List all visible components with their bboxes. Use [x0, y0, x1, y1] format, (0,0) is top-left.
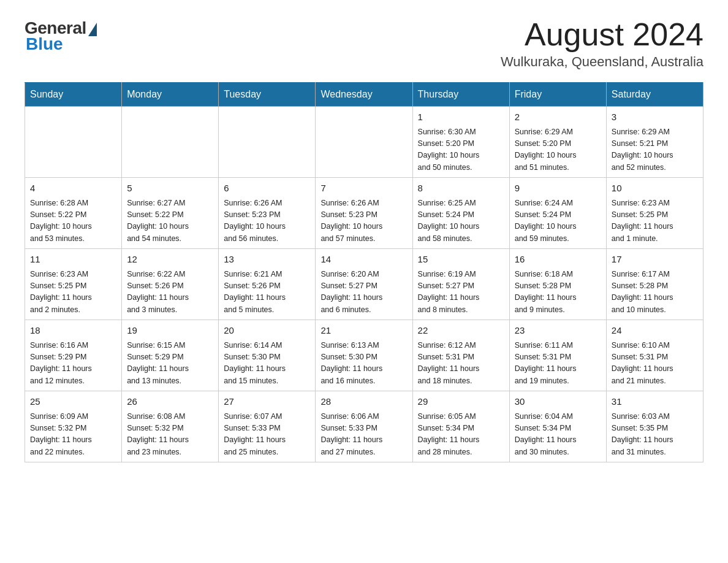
week-row-5: 25Sunrise: 6:09 AMSunset: 5:32 PMDayligh…: [25, 391, 703, 462]
day-info: Sunrise: 6:21 AMSunset: 5:26 PMDaylight:…: [224, 269, 310, 316]
calendar-cell: 5Sunrise: 6:27 AMSunset: 5:22 PMDaylight…: [122, 178, 219, 249]
calendar-cell: 14Sunrise: 6:20 AMSunset: 5:27 PMDayligh…: [316, 249, 412, 320]
day-info: Sunrise: 6:27 AMSunset: 5:22 PMDaylight:…: [127, 197, 213, 245]
day-number: 24: [612, 324, 698, 338]
day-number: 22: [418, 324, 504, 338]
calendar-cell: 7Sunrise: 6:26 AMSunset: 5:23 PMDaylight…: [316, 178, 412, 249]
day-info: Sunrise: 6:15 AMSunset: 5:29 PMDaylight:…: [127, 340, 213, 388]
calendar-cell: 25Sunrise: 6:09 AMSunset: 5:32 PMDayligh…: [25, 391, 122, 462]
column-header-saturday: Saturday: [606, 83, 703, 107]
calendar-cell: 8Sunrise: 6:25 AMSunset: 5:24 PMDaylight…: [412, 178, 509, 249]
day-number: 30: [515, 395, 601, 409]
calendar-header-row: SundayMondayTuesdayWednesdayThursdayFrid…: [25, 83, 703, 107]
day-info: Sunrise: 6:16 AMSunset: 5:29 PMDaylight:…: [30, 340, 116, 388]
day-info: Sunrise: 6:23 AMSunset: 5:25 PMDaylight:…: [612, 197, 698, 245]
day-info: Sunrise: 6:14 AMSunset: 5:30 PMDaylight:…: [224, 340, 310, 388]
day-number: 8: [418, 182, 504, 196]
day-info: Sunrise: 6:22 AMSunset: 5:26 PMDaylight:…: [127, 269, 213, 316]
calendar-cell: 19Sunrise: 6:15 AMSunset: 5:29 PMDayligh…: [122, 320, 219, 391]
calendar-cell: 23Sunrise: 6:11 AMSunset: 5:31 PMDayligh…: [509, 320, 606, 391]
calendar-cell: 21Sunrise: 6:13 AMSunset: 5:30 PMDayligh…: [316, 320, 412, 391]
calendar-cell: 6Sunrise: 6:26 AMSunset: 5:23 PMDaylight…: [219, 178, 316, 249]
calendar-cell: 3Sunrise: 6:29 AMSunset: 5:21 PMDaylight…: [606, 107, 703, 178]
title-section: August 2024 Wulkuraka, Queensland, Austr…: [501, 18, 703, 70]
day-info: Sunrise: 6:05 AMSunset: 5:34 PMDaylight:…: [418, 411, 504, 459]
calendar-cell: 28Sunrise: 6:06 AMSunset: 5:33 PMDayligh…: [316, 391, 412, 462]
day-info: Sunrise: 6:26 AMSunset: 5:23 PMDaylight:…: [224, 197, 310, 245]
day-number: 31: [612, 395, 698, 409]
day-info: Sunrise: 6:19 AMSunset: 5:27 PMDaylight:…: [418, 269, 504, 316]
calendar-cell: 31Sunrise: 6:03 AMSunset: 5:35 PMDayligh…: [606, 391, 703, 462]
calendar-cell: 2Sunrise: 6:29 AMSunset: 5:20 PMDaylight…: [509, 107, 606, 178]
calendar-cell: 29Sunrise: 6:05 AMSunset: 5:34 PMDayligh…: [412, 391, 509, 462]
calendar-cell: 26Sunrise: 6:08 AMSunset: 5:32 PMDayligh…: [122, 391, 219, 462]
logo-arrow-icon: [88, 23, 97, 36]
day-number: 18: [30, 324, 116, 338]
day-number: 5: [127, 182, 213, 196]
day-info: Sunrise: 6:29 AMSunset: 5:20 PMDaylight:…: [515, 126, 601, 174]
calendar-cell: 13Sunrise: 6:21 AMSunset: 5:26 PMDayligh…: [219, 249, 316, 320]
day-info: Sunrise: 6:09 AMSunset: 5:32 PMDaylight:…: [30, 411, 116, 459]
calendar-cell: 4Sunrise: 6:28 AMSunset: 5:22 PMDaylight…: [25, 178, 122, 249]
day-info: Sunrise: 6:13 AMSunset: 5:30 PMDaylight:…: [320, 340, 407, 388]
day-info: Sunrise: 6:25 AMSunset: 5:24 PMDaylight:…: [418, 197, 504, 245]
day-number: 17: [612, 253, 698, 267]
month-title: August 2024: [501, 18, 703, 50]
calendar-cell: 27Sunrise: 6:07 AMSunset: 5:33 PMDayligh…: [219, 391, 316, 462]
week-row-2: 4Sunrise: 6:28 AMSunset: 5:22 PMDaylight…: [25, 178, 703, 249]
day-number: 10: [612, 182, 698, 196]
column-header-wednesday: Wednesday: [316, 83, 412, 107]
calendar-cell: [25, 107, 122, 178]
day-info: Sunrise: 6:03 AMSunset: 5:35 PMDaylight:…: [612, 411, 698, 459]
day-number: 1: [418, 110, 504, 124]
column-header-thursday: Thursday: [412, 83, 509, 107]
logo-blue-text: Blue: [26, 34, 63, 54]
day-info: Sunrise: 6:20 AMSunset: 5:27 PMDaylight:…: [320, 269, 407, 316]
day-info: Sunrise: 6:17 AMSunset: 5:28 PMDaylight:…: [612, 269, 698, 316]
day-number: 3: [612, 110, 698, 124]
day-number: 2: [515, 110, 601, 124]
day-info: Sunrise: 6:12 AMSunset: 5:31 PMDaylight:…: [418, 340, 504, 388]
day-number: 25: [30, 395, 116, 409]
column-header-sunday: Sunday: [25, 83, 122, 107]
day-info: Sunrise: 6:04 AMSunset: 5:34 PMDaylight:…: [515, 411, 601, 459]
day-info: Sunrise: 6:23 AMSunset: 5:25 PMDaylight:…: [30, 269, 116, 316]
day-info: Sunrise: 6:28 AMSunset: 5:22 PMDaylight:…: [30, 197, 116, 245]
day-info: Sunrise: 6:07 AMSunset: 5:33 PMDaylight:…: [224, 411, 310, 459]
calendar-cell: 17Sunrise: 6:17 AMSunset: 5:28 PMDayligh…: [606, 249, 703, 320]
day-number: 14: [320, 253, 407, 267]
day-number: 9: [515, 182, 601, 196]
calendar-cell: 11Sunrise: 6:23 AMSunset: 5:25 PMDayligh…: [25, 249, 122, 320]
location-subtitle: Wulkuraka, Queensland, Australia: [501, 54, 703, 70]
column-header-monday: Monday: [122, 83, 219, 107]
calendar-cell: 9Sunrise: 6:24 AMSunset: 5:24 PMDaylight…: [509, 178, 606, 249]
day-number: 29: [418, 395, 504, 409]
week-row-4: 18Sunrise: 6:16 AMSunset: 5:29 PMDayligh…: [25, 320, 703, 391]
calendar-cell: 22Sunrise: 6:12 AMSunset: 5:31 PMDayligh…: [412, 320, 509, 391]
day-number: 11: [30, 253, 116, 267]
calendar-cell: 1Sunrise: 6:30 AMSunset: 5:20 PMDaylight…: [412, 107, 509, 178]
day-number: 20: [224, 324, 310, 338]
calendar-cell: 16Sunrise: 6:18 AMSunset: 5:28 PMDayligh…: [509, 249, 606, 320]
day-info: Sunrise: 6:26 AMSunset: 5:23 PMDaylight:…: [320, 197, 407, 245]
day-info: Sunrise: 6:30 AMSunset: 5:20 PMDaylight:…: [418, 126, 504, 174]
day-number: 19: [127, 324, 213, 338]
day-number: 27: [224, 395, 310, 409]
calendar-table: SundayMondayTuesdayWednesdayThursdayFrid…: [25, 82, 703, 462]
day-info: Sunrise: 6:18 AMSunset: 5:28 PMDaylight:…: [515, 269, 601, 316]
day-number: 13: [224, 253, 310, 267]
day-number: 23: [515, 324, 601, 338]
calendar-cell: 18Sunrise: 6:16 AMSunset: 5:29 PMDayligh…: [25, 320, 122, 391]
logo: General Blue: [25, 18, 97, 54]
calendar-cell: 20Sunrise: 6:14 AMSunset: 5:30 PMDayligh…: [219, 320, 316, 391]
day-info: Sunrise: 6:29 AMSunset: 5:21 PMDaylight:…: [612, 126, 698, 174]
calendar-cell: 10Sunrise: 6:23 AMSunset: 5:25 PMDayligh…: [606, 178, 703, 249]
day-info: Sunrise: 6:06 AMSunset: 5:33 PMDaylight:…: [320, 411, 407, 459]
calendar-cell: 12Sunrise: 6:22 AMSunset: 5:26 PMDayligh…: [122, 249, 219, 320]
calendar-cell: [316, 107, 412, 178]
column-header-tuesday: Tuesday: [219, 83, 316, 107]
day-info: Sunrise: 6:10 AMSunset: 5:31 PMDaylight:…: [612, 340, 698, 388]
calendar-cell: [219, 107, 316, 178]
day-number: 26: [127, 395, 213, 409]
calendar-cell: 15Sunrise: 6:19 AMSunset: 5:27 PMDayligh…: [412, 249, 509, 320]
